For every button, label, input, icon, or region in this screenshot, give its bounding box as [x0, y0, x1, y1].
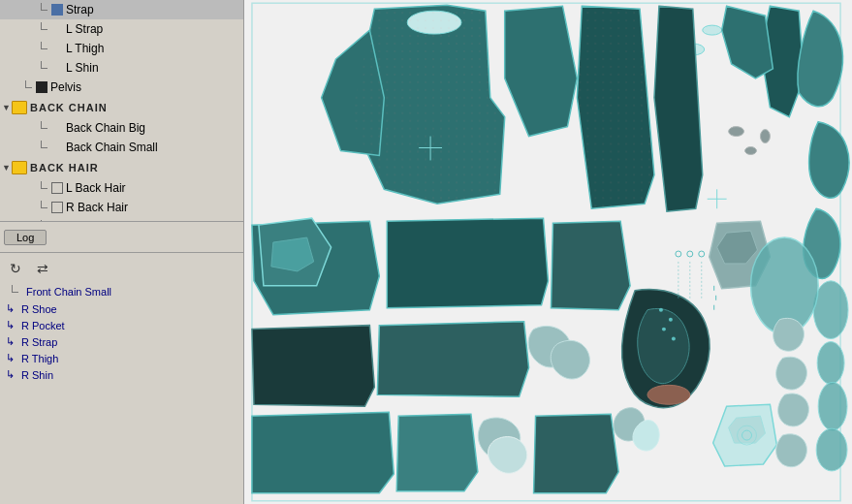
- svg-marker-19: [387, 218, 548, 308]
- svg-marker-28: [377, 322, 528, 397]
- svg-point-48: [745, 147, 757, 155]
- item-thumb: [51, 202, 63, 213]
- tree-area[interactable]: Strap L Strap L Thigh L Shin Pelvis ▼ BA…: [0, 0, 243, 221]
- svg-point-50: [647, 385, 690, 404]
- svg-marker-20: [551, 221, 630, 310]
- item-label: Back Chain Big: [66, 121, 145, 135]
- svg-point-51: [676, 251, 681, 257]
- folder-icon: [12, 101, 27, 114]
- tree-item-pelvis[interactable]: Pelvis: [0, 78, 243, 97]
- svg-point-9: [818, 382, 847, 430]
- folder-icon: [12, 161, 27, 174]
- item-label: L Strap: [66, 22, 103, 36]
- arrow-icon: ▼: [2, 163, 12, 173]
- item-thumb: [51, 62, 63, 74]
- item-thumb: [51, 23, 63, 35]
- leaf-icon: [35, 201, 48, 214]
- svg-marker-3: [505, 6, 578, 136]
- item-thumb: [36, 81, 47, 93]
- log-item-r-pocket[interactable]: ↳ R Pocket: [0, 317, 243, 333]
- log-label: R Shin: [21, 369, 53, 381]
- leaf-icon: ↳: [6, 368, 15, 381]
- group-back-chain[interactable]: ▼ BACK CHAIN: [0, 97, 243, 118]
- tree-item-l-back-hair[interactable]: L Back Hair: [0, 178, 243, 198]
- leaf-icon: [35, 181, 48, 195]
- log-button[interactable]: Log: [4, 230, 47, 245]
- log-label: Front Chain Small: [26, 286, 111, 298]
- item-label: Pelvis: [50, 80, 81, 94]
- group-label: BACK CHAIN: [30, 102, 108, 113]
- leaf-icon: [35, 220, 48, 221]
- svg-point-13: [703, 25, 722, 35]
- leaf-icon: [35, 61, 48, 75]
- tree-item-back-chain-big[interactable]: Back Chain Big: [0, 118, 243, 138]
- svg-marker-32: [534, 414, 619, 493]
- svg-marker-14: [654, 6, 703, 211]
- canvas-area[interactable]: [244, 0, 852, 504]
- leaf-icon: [35, 141, 48, 154]
- tree-item-l-strap[interactable]: L Strap: [0, 19, 243, 39]
- tree-item-strap[interactable]: Strap: [0, 0, 243, 19]
- leaf-icon: [35, 42, 48, 55]
- leaf-icon: [35, 22, 48, 36]
- svg-point-47: [729, 127, 744, 137]
- leaf-icon: ↳: [6, 352, 15, 364]
- group-label: BACK HAIR: [30, 162, 99, 173]
- log-area: Log: [0, 221, 243, 252]
- svg-point-21: [659, 308, 663, 312]
- item-label: Strap: [66, 3, 94, 16]
- log-item-r-shoe[interactable]: ↳ R Shoe: [0, 300, 243, 317]
- svg-point-53: [699, 251, 705, 257]
- log-label: R Shoe: [21, 303, 57, 315]
- tree-item-l-shin[interactable]: L Shin: [0, 58, 243, 78]
- svg-point-49: [760, 130, 770, 143]
- svg-point-22: [669, 318, 673, 322]
- svg-marker-15: [722, 6, 773, 79]
- item-label: L Thigh: [66, 42, 104, 55]
- leaf-icon: [6, 285, 19, 299]
- item-label: Back Chain Small: [66, 141, 158, 154]
- leaf-icon: ↳: [6, 335, 15, 348]
- left-panel: Strap L Strap L Thigh L Shin Pelvis ▼ BA…: [0, 0, 244, 504]
- svg-point-10: [816, 428, 847, 471]
- bottom-toolbar: ↻ ⇄: [0, 252, 243, 283]
- item-label: L Back Hair: [66, 181, 126, 195]
- log-label: R Pocket: [21, 320, 65, 331]
- log-item-front-chain-small[interactable]: Front Chain Small: [0, 283, 243, 300]
- leaf-icon: [35, 121, 48, 135]
- svg-marker-27: [252, 326, 374, 407]
- leaf-icon: [19, 80, 33, 94]
- svg-point-52: [687, 251, 693, 257]
- tree-item-back-chain-small[interactable]: Back Chain Small: [0, 138, 243, 157]
- svg-marker-38: [350, 5, 504, 204]
- log-items-list: Front Chain Small ↳ R Shoe ↳ R Pocket ↳ …: [0, 283, 243, 504]
- leaf-icon: [35, 3, 48, 16]
- tree-item-l-thigh[interactable]: L Thigh: [0, 39, 243, 58]
- tree-item-r-back-hair[interactable]: R Back Hair: [0, 198, 243, 217]
- log-item-r-shin[interactable]: ↳ R Shin: [0, 366, 243, 383]
- item-thumb: [51, 4, 63, 16]
- log-item-r-thigh[interactable]: ↳ R Thigh: [0, 350, 243, 366]
- svg-marker-34: [729, 416, 766, 443]
- item-thumb: [51, 43, 63, 54]
- leaf-icon: ↳: [6, 319, 15, 331]
- item-thumb: [51, 182, 63, 194]
- svg-marker-31: [396, 414, 478, 491]
- arrow-icon: ▼: [2, 103, 12, 112]
- item-thumb: [51, 122, 63, 134]
- svg-point-8: [817, 342, 844, 385]
- item-label: R Back Hair: [66, 201, 128, 214]
- item-label: L Shin: [66, 61, 99, 75]
- log-item-r-strap[interactable]: ↳ R Strap: [0, 333, 243, 350]
- svg-marker-30: [252, 412, 394, 493]
- uv-canvas-svg: [244, 0, 852, 504]
- leaf-icon: ↳: [6, 302, 15, 315]
- svg-point-24: [672, 337, 676, 341]
- log-label: R Thigh: [21, 353, 58, 364]
- swap-icon[interactable]: ⇄: [33, 259, 52, 278]
- log-label: R Strap: [21, 336, 57, 348]
- item-thumb: [51, 142, 63, 153]
- svg-point-23: [662, 328, 666, 331]
- group-back-hair[interactable]: ▼ BACK HAIR: [0, 157, 243, 178]
- circle-arrow-icon[interactable]: ↻: [6, 259, 25, 278]
